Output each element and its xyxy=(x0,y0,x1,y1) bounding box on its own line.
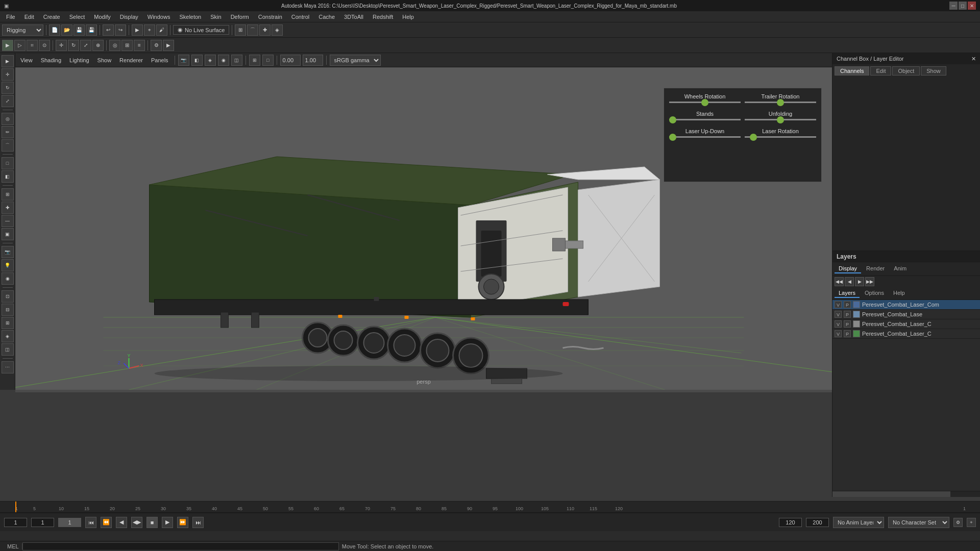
vp-hud-btn[interactable]: □ xyxy=(262,55,274,66)
new-scene-button[interactable]: 📄 xyxy=(49,24,60,36)
save-button[interactable]: 💾 xyxy=(74,24,85,36)
curve-btn[interactable]: ⌒ xyxy=(2,139,14,152)
menu-constrain[interactable]: Constrain xyxy=(254,13,286,21)
layer-tab-options[interactable]: Options xyxy=(861,289,888,298)
soft-mod-btn[interactable]: ◎ xyxy=(2,113,14,125)
gamma-dropdown[interactable]: sRGB gamma xyxy=(330,55,381,66)
lasso-btn[interactable]: ⌗ xyxy=(27,40,38,51)
prev-frame-btn[interactable]: ◀◀ xyxy=(835,277,844,286)
subtab-render[interactable]: Render xyxy=(862,264,889,273)
menu-select[interactable]: Select xyxy=(65,13,89,21)
layer-scrollbar-thumb[interactable] xyxy=(832,491,950,497)
menu-help[interactable]: Help xyxy=(398,13,418,21)
snap-grid-btn[interactable]: ⊞ xyxy=(235,24,246,36)
layer-tab-layers[interactable]: Layers xyxy=(835,289,860,298)
current-frame-input[interactable] xyxy=(4,518,27,527)
scale-mode-btn[interactable]: ⤢ xyxy=(2,95,14,107)
unfolding-slider[interactable] xyxy=(745,119,816,120)
anim-frame-box[interactable] xyxy=(58,518,81,527)
rotate-btn[interactable]: ↻ xyxy=(68,40,79,51)
select-mode-btn[interactable]: ▶ xyxy=(2,55,14,67)
show-menu[interactable]: Show xyxy=(94,56,115,64)
panels-menu[interactable]: Panels xyxy=(148,56,172,64)
menu-3dtoall[interactable]: 3DToAll xyxy=(340,13,368,21)
laser-updown-knob[interactable] xyxy=(669,134,676,141)
script-type-indicator[interactable]: MEL xyxy=(4,543,22,549)
subtab-anim[interactable]: Anim xyxy=(890,264,911,273)
viewport[interactable]: View Shading Lighting Show Renderer Pane… xyxy=(15,53,832,392)
vp-grid-btn[interactable]: ⊞ xyxy=(249,55,260,66)
close-panel-btn[interactable]: ✕ xyxy=(971,56,976,62)
ipr-render-btn[interactable]: ▶ xyxy=(163,40,174,51)
stands-knob[interactable] xyxy=(669,116,676,123)
snap-line-left-btn[interactable]: — xyxy=(2,215,14,227)
more-btn[interactable]: ⋯ xyxy=(2,361,14,373)
start-frame-input[interactable] xyxy=(31,518,54,527)
render-layer-btn[interactable]: ◧ xyxy=(2,170,14,183)
vp-cam-btn[interactable]: 📷 xyxy=(178,55,189,66)
scale-btn[interactable]: ⤢ xyxy=(80,40,91,51)
extra-btn5[interactable]: ◫ xyxy=(2,343,14,356)
vp-texture-btn[interactable]: ◈ xyxy=(205,55,216,66)
menu-cache[interactable]: Cache xyxy=(314,13,339,21)
snap-face-left-btn[interactable]: ▣ xyxy=(2,228,14,240)
viewport-canvas[interactable]: X Y Z Wheels Rotation Trailer Rotation xyxy=(15,67,832,390)
next-frame-btn[interactable]: ▶▶ xyxy=(865,277,874,286)
snap-pt-left-btn[interactable]: ✚ xyxy=(2,202,14,214)
vp-light-btn[interactable]: ◉ xyxy=(218,55,229,66)
layer-item-2[interactable]: V P Peresvet_Combat_Lase xyxy=(832,310,980,319)
timeline-ruler[interactable]: 1 5 10 15 20 25 30 35 40 45 50 55 60 65 … xyxy=(0,502,980,513)
vp-value2[interactable] xyxy=(303,55,323,66)
step-fwd-btn[interactable]: ⏩ xyxy=(177,517,188,528)
mode-dropdown[interactable]: Rigging Animation Modeling Rendering xyxy=(2,24,43,36)
laser-rotation-knob[interactable] xyxy=(750,134,757,141)
subtab-display[interactable]: Display xyxy=(835,264,861,273)
renderer-menu[interactable]: Renderer xyxy=(116,56,146,64)
tab-show[interactable]: Show xyxy=(921,66,946,76)
layer1-vis[interactable]: V xyxy=(835,301,842,308)
redo-button[interactable]: ↪ xyxy=(115,24,126,36)
trailer-rotation-slider[interactable] xyxy=(745,102,816,103)
prev-frame-btn[interactable]: ◀ xyxy=(116,517,127,528)
layer1-render[interactable]: P xyxy=(844,301,851,308)
layer-item-4[interactable]: V P Peresvet_Combat_Laser_C xyxy=(832,329,980,339)
step-back-btn[interactable]: ⏪ xyxy=(101,517,112,528)
wheels-rotation-knob[interactable] xyxy=(701,99,708,106)
shading-menu[interactable]: Shading xyxy=(38,56,64,64)
char-set-add-btn[interactable]: + xyxy=(967,518,976,527)
snap-surface-btn[interactable]: ◈ xyxy=(272,24,283,36)
snap-grid-left-btn[interactable]: ⊞ xyxy=(2,188,14,201)
menu-skeleton[interactable]: Skeleton xyxy=(175,13,205,21)
anim-end-input[interactable] xyxy=(806,518,829,527)
lighting-menu[interactable]: Lighting xyxy=(66,56,92,64)
prev-key-btn[interactable]: ◀ xyxy=(845,277,854,286)
end-frame-input[interactable] xyxy=(779,518,802,527)
extra-btn1[interactable]: ⊡ xyxy=(2,290,14,303)
layer3-vis[interactable]: V xyxy=(835,320,842,328)
display-layer-btn[interactable]: □ xyxy=(2,157,14,169)
menu-create[interactable]: Create xyxy=(39,13,64,21)
undo-button[interactable]: ↩ xyxy=(103,24,114,36)
laser-updown-slider[interactable] xyxy=(669,136,741,138)
extra-btn4[interactable]: ◈ xyxy=(2,330,14,342)
move-btn[interactable]: ✛ xyxy=(56,40,67,51)
layer-item-1[interactable]: V P Peresvet_Combat_Laser_Com xyxy=(832,300,980,310)
layer-tab-help[interactable]: Help xyxy=(889,289,909,298)
menu-control[interactable]: Control xyxy=(287,13,313,21)
lasso-tool[interactable]: ⌖ xyxy=(144,24,155,36)
rotate-mode-btn[interactable]: ↻ xyxy=(2,82,14,94)
view-menu[interactable]: View xyxy=(17,56,36,64)
go-start-btn[interactable]: ⏮ xyxy=(85,517,96,528)
unfolding-knob[interactable] xyxy=(777,116,784,123)
snap-curve-btn[interactable]: ⌒ xyxy=(247,24,258,36)
extra-btn2[interactable]: ⊟ xyxy=(2,304,14,316)
menu-windows[interactable]: Windows xyxy=(143,13,175,21)
maximize-button[interactable]: □ xyxy=(959,2,967,10)
render-settings-btn[interactable]: ⚙ xyxy=(151,40,162,51)
open-button[interactable]: 📂 xyxy=(61,24,72,36)
char-set-settings-btn[interactable]: ⚙ xyxy=(953,518,963,527)
snap-together-btn[interactable]: ⊞ xyxy=(121,40,133,51)
command-input[interactable] xyxy=(22,542,339,550)
layer-scrollbar[interactable] xyxy=(832,491,980,497)
layer2-vis[interactable]: V xyxy=(835,311,842,318)
